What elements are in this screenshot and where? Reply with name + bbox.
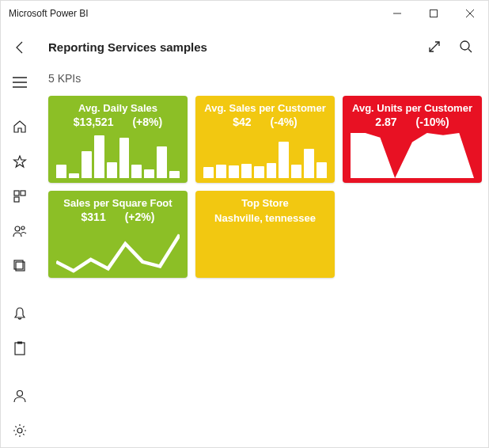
kpi-sparkline bbox=[351, 133, 474, 178]
kpi-card[interactable]: Avg. Daily Sales $13,521 (+8%) bbox=[48, 96, 188, 183]
workspaces-icon[interactable] bbox=[1, 249, 39, 283]
svg-point-27 bbox=[461, 41, 469, 50]
kpi-value: 2.87 bbox=[375, 116, 396, 128]
maximize-button[interactable] bbox=[415, 1, 452, 26]
kpi-card[interactable]: Avg. Sales per Customer $42 (-4%) bbox=[195, 96, 335, 183]
kpi-delta: (-10%) bbox=[416, 116, 449, 128]
kpi-value: $42 bbox=[233, 116, 251, 128]
window-title: Microsoft Power BI bbox=[9, 8, 379, 19]
kpi-delta: (-4%) bbox=[271, 116, 298, 128]
svg-point-11 bbox=[21, 226, 25, 230]
fullscreen-button[interactable] bbox=[419, 31, 450, 63]
favorites-icon[interactable] bbox=[1, 145, 39, 178]
svg-line-24 bbox=[15, 434, 16, 435]
kpi-subtitle: Nashville, tennessee bbox=[203, 212, 327, 224]
kpi-card[interactable]: Top Store Nashville, tennessee bbox=[195, 191, 335, 278]
kpi-value: $311 bbox=[82, 211, 106, 223]
search-button[interactable] bbox=[450, 31, 482, 63]
kpi-card[interactable]: Avg. Units per Customer 2.87 (-10%) bbox=[343, 96, 482, 183]
svg-point-17 bbox=[17, 428, 22, 433]
kpi-sparkline bbox=[203, 133, 327, 178]
apps-icon[interactable] bbox=[1, 180, 39, 213]
svg-line-23 bbox=[23, 434, 24, 435]
sidebar bbox=[1, 26, 39, 447]
svg-rect-1 bbox=[430, 10, 438, 17]
svg-point-16 bbox=[17, 391, 23, 397]
account-icon[interactable] bbox=[1, 379, 39, 412]
main-content: Reporting Services samples 5 KPIs Avg. D… bbox=[39, 26, 489, 447]
section-subhead: 5 KPIs bbox=[48, 72, 482, 85]
settings-icon[interactable] bbox=[1, 414, 39, 447]
kpi-delta: (+8%) bbox=[132, 116, 162, 128]
notifications-icon[interactable] bbox=[1, 297, 39, 330]
kpi-title: Avg. Units per Customer bbox=[351, 102, 474, 114]
hamburger-menu-button[interactable] bbox=[1, 66, 39, 99]
kpi-card[interactable]: Sales per Square Foot $311 (+2%) bbox=[48, 191, 188, 278]
svg-line-26 bbox=[430, 42, 439, 51]
svg-rect-7 bbox=[14, 191, 19, 196]
kpi-value: $13,521 bbox=[74, 116, 114, 128]
home-icon[interactable] bbox=[1, 110, 39, 143]
kpi-delta: (+2%) bbox=[125, 211, 155, 223]
svg-line-25 bbox=[23, 426, 24, 427]
svg-rect-8 bbox=[21, 191, 25, 196]
page-title: Reporting Services samples bbox=[48, 40, 419, 54]
minimize-button[interactable] bbox=[379, 1, 415, 26]
clipboard-icon[interactable] bbox=[1, 332, 39, 365]
kpi-title: Avg. Daily Sales bbox=[56, 102, 180, 114]
kpi-title: Avg. Sales per Customer bbox=[203, 102, 327, 114]
kpi-sparkline bbox=[56, 133, 180, 178]
kpi-sparkline bbox=[56, 228, 180, 273]
shared-icon[interactable] bbox=[1, 215, 39, 248]
kpi-title: Sales per Square Foot bbox=[56, 197, 180, 209]
topbar: Reporting Services samples bbox=[48, 26, 482, 67]
close-button[interactable] bbox=[452, 1, 488, 26]
svg-line-22 bbox=[15, 426, 16, 427]
kpi-grid: Avg. Daily Sales $13,521 (+8%) Avg. Sale… bbox=[48, 96, 482, 278]
svg-rect-9 bbox=[14, 197, 19, 202]
window-titlebar: Microsoft Power BI bbox=[1, 1, 488, 26]
kpi-title: Top Store bbox=[203, 197, 327, 209]
back-button[interactable] bbox=[1, 31, 39, 64]
svg-rect-14 bbox=[15, 343, 25, 355]
svg-line-28 bbox=[468, 49, 472, 52]
svg-rect-15 bbox=[17, 342, 22, 344]
svg-point-10 bbox=[15, 226, 20, 231]
